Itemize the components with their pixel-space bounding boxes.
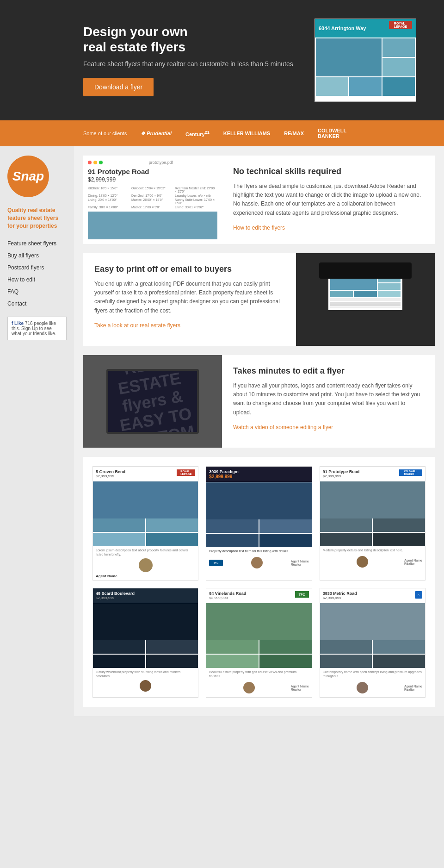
- section-edit: REAL ESTATEflyers &EASY TO CUSTOM Takes …: [83, 355, 435, 448]
- nav-buy-flyers[interactable]: Buy all flyers: [7, 252, 39, 259]
- gallery-price-1: $2,999,999: [96, 474, 125, 478]
- sidebar-nav: Feature sheet flyers Buy all flyers Post…: [7, 239, 67, 307]
- gallery-address-6: 3933 Metric Road: [323, 591, 357, 596]
- gallery-address-1: 5 Groven Bend: [96, 469, 125, 474]
- main-layout: Snap Quality real estate feature sheet f…: [0, 146, 444, 716]
- hero-title: Design your own real estate flyers: [83, 24, 296, 55]
- hero-text: Design your own real estate flyers Featu…: [83, 24, 296, 97]
- gallery-price-4: $2,999,999: [96, 596, 135, 600]
- section-edit-title: Takes minutes to edit a flyer: [233, 366, 424, 376]
- gallery-item-4[interactable]: 49 Scard Boulevard $2,999,999: [92, 588, 198, 698]
- gallery-address-3: 91 Prototype Road: [323, 469, 360, 474]
- hero-logo-text: ROYALLEPAGE: [394, 22, 407, 28]
- section-edit-body: If you have all your photos, logos and c…: [233, 381, 424, 417]
- facebook-widget: f Like 716 people like this. Sign Up to …: [7, 317, 67, 340]
- section-print-body: You end up with a great looking PDF docu…: [94, 280, 285, 315]
- content-area: prototype.pdf 91 Prototype Road $2,999,9…: [74, 146, 444, 716]
- gallery-item-5[interactable]: 94 Vinelands Road $2,999,999 TPC: [206, 588, 312, 698]
- section-edit-image: REAL ESTATEflyers &EASY TO CUSTOM: [83, 355, 222, 448]
- gallery-address-5: 94 Vinelands Road: [209, 591, 246, 596]
- nav-faq[interactable]: FAQ: [7, 288, 18, 295]
- gallery-price-2: $2,999,999: [209, 474, 239, 479]
- section-print-text: Easy to print off or email to buyers You…: [83, 253, 296, 346]
- gallery-address-4: 49 Scard Boulevard: [96, 591, 135, 596]
- hero-address-label: 6044 Arrington Way: [319, 25, 366, 31]
- hero-flyer-preview: 6044 Arrington Way ROYALLEPAGE: [314, 19, 416, 102]
- nav-feature-flyers[interactable]: Feature sheet flyers: [7, 240, 56, 247]
- section-print-link[interactable]: Take a look at our real estate flyers: [94, 322, 180, 329]
- nav-contact[interactable]: Contact: [7, 300, 26, 307]
- gallery-item-2[interactable]: 3939 Paradigm $2,999,999 Prope: [206, 466, 312, 581]
- section-print: Easy to print off or email to buyers You…: [83, 253, 435, 346]
- nav-how-to-edit[interactable]: How to edit: [7, 276, 35, 283]
- sidebar-tagline: Quality real estate feature sheet flyers…: [7, 206, 67, 230]
- section-edit-text: Takes minutes to edit a flyer If you hav…: [222, 355, 435, 448]
- client-keller: KELLER WILLIAMS: [223, 131, 270, 136]
- client-century21: Century21: [185, 130, 210, 137]
- section-no-tech-link[interactable]: How to edit the flyers: [233, 225, 285, 231]
- page-wrapper: Design your own real estate flyers Featu…: [0, 0, 444, 716]
- gallery-item-1[interactable]: 5 Groven Bend $2,999,999 ROYALLEPAGE: [92, 466, 198, 581]
- nav-postcard-flyers[interactable]: Postcard flyers: [7, 264, 44, 271]
- section-no-tech-title: No technical skills required: [233, 167, 424, 176]
- client-remax: RE/MAX: [284, 131, 304, 136]
- gallery-address-2: 3939 Paradigm: [209, 469, 239, 474]
- section-no-tech-body: The flyers are dead simple to customize,…: [233, 182, 424, 218]
- sidebar: Snap Quality real estate feature sheet f…: [0, 146, 74, 716]
- gallery-price-5: $2,999,999: [209, 596, 246, 600]
- hero-subtitle: Feature sheet flyers that any realtor ca…: [83, 60, 296, 69]
- fb-like: f Like: [12, 321, 24, 326]
- gallery-item-6[interactable]: 3933 Metric Road $2,999,999 ⌂: [320, 588, 426, 698]
- gallery-price-6: $2,999,999: [323, 596, 357, 600]
- gallery-grid: 5 Groven Bend $2,999,999 ROYALLEPAGE: [92, 466, 426, 698]
- section-print-image: [296, 253, 435, 346]
- client-prudential: ❖ Prudential: [141, 131, 172, 137]
- gallery-price-3: $2,999,999: [323, 474, 360, 478]
- gallery-item-3[interactable]: 91 Prototype Road $2,999,999 COLDWELLBAN…: [320, 466, 426, 581]
- section-no-tech: prototype.pdf 91 Prototype Road $2,999,9…: [83, 156, 435, 244]
- logo-text: Snap: [12, 169, 44, 184]
- client-coldwell: COLDWELLBANKER: [318, 128, 346, 139]
- flyer-gallery: 5 Groven Bend $2,999,999 ROYALLEPAGE: [83, 457, 435, 707]
- clients-label: Some of our clients: [83, 131, 127, 136]
- section-print-title: Easy to print off or email to buyers: [94, 264, 285, 274]
- section-no-tech-image: prototype.pdf 91 Prototype Road $2,999,9…: [83, 156, 222, 244]
- clients-bar: Some of our clients ❖ Prudential Century…: [0, 120, 444, 146]
- snap-logo: Snap: [7, 156, 49, 197]
- download-flyer-button[interactable]: Download a flyer: [83, 78, 154, 96]
- section-no-tech-text: No technical skills required The flyers …: [222, 156, 435, 244]
- section-edit-link[interactable]: Watch a video of someone editing a flyer: [233, 424, 333, 431]
- hero-section: Design your own real estate flyers Featu…: [0, 0, 444, 120]
